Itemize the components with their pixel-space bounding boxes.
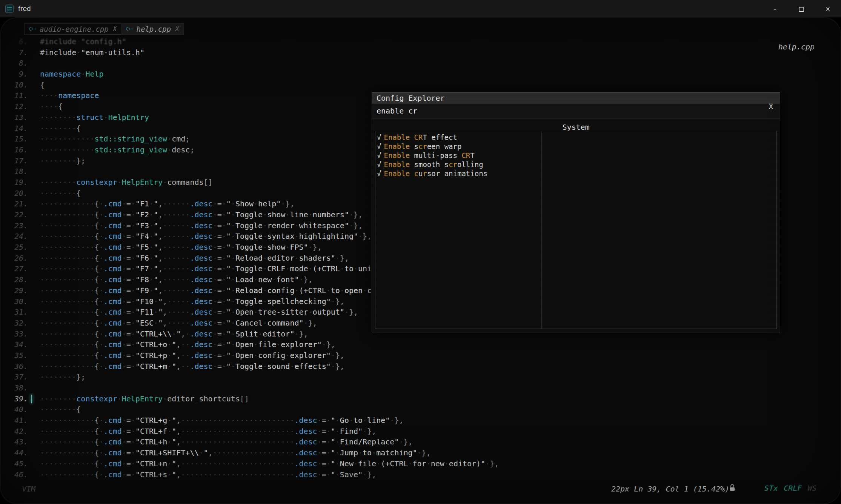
config-option[interactable]: √Enable cursor animations — [377, 169, 775, 178]
code-text: ············{·.cmd·=·"F5·",······.desc·=… — [28, 242, 322, 253]
code-text: ············{·.cmd·=·"ESC·",·····.desc·=… — [28, 318, 317, 329]
dialog-close-icon[interactable]: X — [769, 102, 773, 111]
code-line[interactable]: 35.············{·.cmd·=·"CTRL+p·",··.des… — [0, 350, 841, 361]
line-number: 34. — [0, 339, 28, 350]
line-number: 7. — [0, 47, 28, 58]
code-line[interactable]: 43.············{·.cmd·=·"CTRL+h·",······… — [0, 436, 841, 447]
code-line[interactable]: 42.············{·.cmd·=·"CTRL+f·",······… — [0, 426, 841, 437]
minimize-button[interactable]: – — [762, 0, 788, 17]
checkmark-icon: √ — [377, 142, 381, 151]
line-number: 40. — [0, 404, 28, 415]
code-text: ············{·.cmd·=·"CTRL+m·",··.desc·=… — [28, 361, 344, 372]
app-icon — [5, 5, 14, 13]
config-option[interactable]: √Enable multi-pass CRT — [377, 151, 775, 160]
config-items: √Enable CRT effect√Enable screen warp√En… — [375, 131, 777, 329]
search-match-text: cr — [418, 142, 427, 151]
tab-bar: C++ audio-engine.cpp X C++ help.cpp X — [24, 23, 184, 35]
line-number: 44. — [0, 447, 28, 458]
line-number: 46. — [0, 469, 28, 480]
text-cursor — [31, 395, 32, 403]
code-text: ············{·.cmd·=·"F11·",·····.desc·=… — [28, 307, 358, 318]
cpp-file-icon: C++ — [29, 26, 36, 32]
code-text: namespace·Help — [28, 69, 104, 80]
code-text: ············{·.cmd·=·"F6·",······.desc·=… — [28, 253, 349, 264]
config-explorer-dialog: Config Explorer X enable cr System √Enab… — [372, 92, 780, 332]
option-text: smooth s — [410, 160, 449, 169]
line-number: 35. — [0, 350, 28, 361]
code-text: ············{·.cmd·=·"F7·",······.desc·=… — [28, 263, 403, 274]
line-number: 37. — [0, 372, 28, 383]
close-button[interactable]: × — [815, 0, 841, 17]
code-text: ············{·.cmd·=·"F9·",······.desc·=… — [28, 285, 417, 296]
option-text: s — [410, 142, 418, 151]
line-number: 29. — [0, 285, 28, 296]
maximize-button[interactable]: □ — [788, 0, 815, 17]
code-text: #include·"enum-utils.h" — [28, 47, 145, 58]
code-text: ············{·.cmd·=·"CTRL+\\·",·.desc·=… — [28, 329, 308, 340]
config-option[interactable]: √Enable screen warp — [377, 142, 775, 151]
search-match-text: r — [423, 169, 427, 178]
code-line[interactable]: 39.········constexpr·HelpEntry·editor_sh… — [0, 393, 841, 404]
line-number: 42. — [0, 426, 28, 437]
tab-close-icon[interactable]: X — [175, 26, 179, 32]
config-option[interactable]: √Enable smooth scrolling — [377, 160, 775, 169]
code-line[interactable]: 44.············{·.cmd·=·"CTRL+SHIFT+\\·"… — [0, 447, 841, 458]
code-line[interactable]: 46.············{·.cmd·=·"CTRL+s·",······… — [0, 469, 841, 480]
code-line[interactable]: 10.{ — [0, 80, 841, 91]
code-text: ············{·.cmd·=·"CTRL+h·",·········… — [28, 436, 413, 447]
search-match-text: CR — [461, 151, 470, 160]
code-text: ····namespace — [28, 90, 99, 101]
status-flag-crlf: CRLF — [784, 484, 802, 493]
line-number: 14. — [0, 123, 28, 134]
option-text: sor animations — [427, 169, 487, 178]
search-match-text: Enable — [384, 151, 410, 160]
code-line[interactable]: 36.············{·.cmd·=·"CTRL+m·",··.des… — [0, 361, 841, 372]
editor-screen: 6.#include·"config.h"7.#include·"enum-ut… — [0, 17, 841, 504]
code-line[interactable]: 7.#include·"enum-utils.h" — [0, 47, 841, 58]
config-search-input[interactable]: enable cr — [372, 104, 780, 118]
code-text: ············{·.cmd·=·"F3·",······.desc·=… — [28, 220, 363, 231]
search-match-text: Enable — [384, 169, 410, 178]
cpp-file-icon: C++ — [126, 26, 133, 32]
code-line[interactable]: 34.············{·.cmd·=·"CTRL+o·",··.des… — [0, 339, 841, 350]
search-match-text: Enable — [384, 142, 410, 151]
code-line[interactable]: 8. — [0, 58, 841, 69]
code-line[interactable]: 41.············{·.cmd·=·"CTRL+g·",······… — [0, 415, 841, 426]
code-line[interactable]: 40.········{ — [0, 404, 841, 415]
line-number: 32. — [0, 318, 28, 329]
line-number: 43. — [0, 436, 28, 447]
line-number: 27. — [0, 263, 28, 274]
current-file-label: help.cpp — [778, 42, 815, 51]
option-text: een warp — [427, 142, 462, 151]
option-text: T — [470, 151, 474, 160]
code-text: ············{·.cmd·=·"F4·",······.desc·=… — [28, 231, 372, 242]
code-line[interactable]: 6.#include·"config.h" — [0, 36, 841, 47]
code-line[interactable]: 38. — [0, 383, 841, 393]
code-line[interactable]: 9.namespace·Help — [0, 69, 841, 80]
line-number: 15. — [0, 134, 28, 144]
checkmark-icon: √ — [377, 160, 381, 169]
tab-label: audio-engine.cpp — [40, 25, 109, 33]
code-line[interactable]: 37.········}; — [0, 372, 841, 383]
line-number: 45. — [0, 458, 28, 469]
config-option[interactable]: √Enable CRT effect — [377, 133, 775, 142]
code-text: ········constexpr·HelpEntry·editor_short… — [28, 393, 249, 404]
tab-close-icon[interactable]: X — [113, 26, 117, 32]
cursor-position-info: 22px Ln 39, Col 1 (15.42%) — [611, 484, 729, 493]
line-number: 30. — [0, 296, 28, 307]
code-text: ····{ — [28, 101, 63, 112]
line-number: 18. — [0, 166, 28, 177]
line-number: 9. — [0, 69, 28, 80]
line-number: 31. — [0, 307, 28, 318]
code-line[interactable]: 45.············{·.cmd·=·"CTRL+n·",······… — [0, 458, 841, 469]
code-text: ············{·.cmd·=·"CTRL+g·",·········… — [28, 415, 403, 426]
line-number: 12. — [0, 101, 28, 112]
code-text: ········struct·HelpEntry — [28, 112, 149, 123]
tab-audio-engine-cpp[interactable]: C++ audio-engine.cpp X — [25, 24, 121, 34]
lock-icon — [729, 484, 736, 493]
line-number: 20. — [0, 188, 28, 199]
code-text: ········constexpr·HelpEntry·commands[] — [28, 177, 213, 188]
code-text: ············{·.cmd·=·"F8·",······.desc·=… — [28, 274, 313, 285]
tab-help-cpp[interactable]: C++ help.cpp X — [121, 24, 184, 34]
checkmark-icon: √ — [377, 151, 381, 160]
